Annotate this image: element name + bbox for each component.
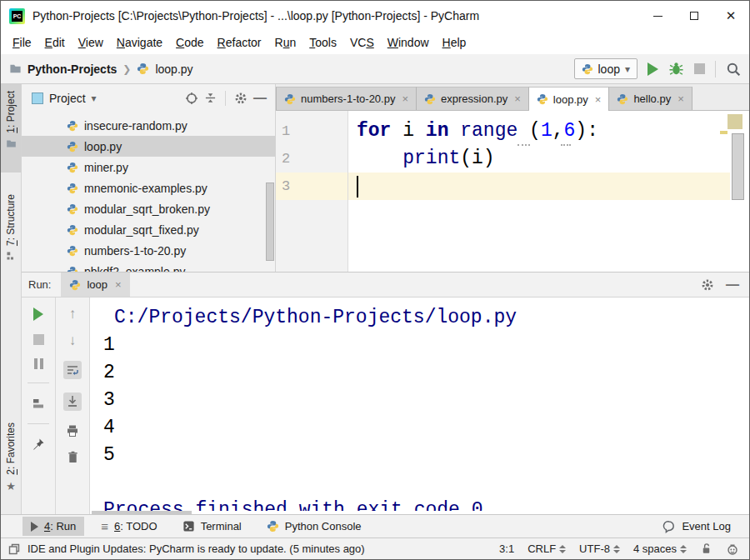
inspection-indicator[interactable] bbox=[728, 114, 742, 129]
menu-help[interactable]: Help bbox=[436, 33, 473, 52]
tree-row[interactable]: pbkdf2_example.py bbox=[22, 261, 275, 272]
breadcrumb-file[interactable]: loop.py bbox=[155, 62, 192, 76]
editor-tab[interactable]: expression.py× bbox=[417, 87, 529, 110]
hide-panel-button[interactable]: — bbox=[253, 91, 267, 106]
menu-file[interactable]: File bbox=[6, 33, 38, 52]
menu-window[interactable]: Window bbox=[381, 33, 436, 52]
run-tab[interactable]: loop × bbox=[61, 272, 129, 297]
menu-run[interactable]: Run bbox=[268, 33, 303, 52]
editor-tab[interactable]: hello.py× bbox=[609, 87, 692, 110]
unlock-icon[interactable] bbox=[700, 542, 712, 555]
spinner-icon bbox=[559, 545, 566, 553]
maximize-window-button[interactable] bbox=[676, 1, 712, 31]
collapse-all-button[interactable] bbox=[204, 92, 217, 104]
warning-stripe-mark[interactable] bbox=[720, 131, 728, 134]
print-button[interactable] bbox=[66, 424, 79, 438]
close-tab-icon[interactable]: × bbox=[595, 93, 602, 106]
navigation-bar: Python-Projects ❯ loop.py loop ▾ bbox=[1, 54, 749, 84]
tree-row-selected[interactable]: loop.py bbox=[22, 136, 275, 157]
menu-edit[interactable]: Edit bbox=[38, 33, 72, 52]
toolwindow-tab-terminal[interactable]: Terminal bbox=[174, 517, 250, 536]
toolwindow-tab-structure[interactable]: 7: Structure bbox=[1, 188, 21, 284]
tree-row[interactable]: insecure-random.py bbox=[22, 115, 275, 136]
rerun-button[interactable] bbox=[33, 308, 43, 321]
project-view-selector[interactable]: Project bbox=[49, 92, 86, 105]
breadcrumb: Python-Projects ❯ loop.py bbox=[9, 62, 193, 76]
code-editor[interactable]: 1 2 3 for i in range (1,6): print(i) bbox=[276, 111, 749, 272]
menu-navigate[interactable]: Navigate bbox=[110, 33, 169, 52]
menu-bar: File Edit View Navigate Code Refactor Ru… bbox=[1, 31, 749, 54]
encoding-widget[interactable]: UTF-8 bbox=[579, 542, 620, 555]
pause-button[interactable] bbox=[34, 358, 43, 369]
indent-widget[interactable]: 4 spaces bbox=[633, 542, 687, 555]
line-separator-widget[interactable]: CRLF bbox=[528, 542, 566, 555]
editor-tab[interactable]: numbers-1-to-20.py× bbox=[276, 87, 417, 110]
folder-icon bbox=[9, 62, 22, 75]
scroll-to-end-toggle[interactable] bbox=[63, 392, 82, 411]
status-bar: IDE and Plugin Updates: PyCharm is ready… bbox=[1, 538, 749, 559]
stop-button[interactable] bbox=[33, 334, 44, 345]
run-panel-body: ↑ ↓ C:/Projects/Python-Projects/loop.py … bbox=[22, 298, 749, 516]
project-scrollbar[interactable] bbox=[266, 182, 274, 261]
divider bbox=[28, 382, 49, 383]
run-console-output[interactable]: C:/Projects/Python-Projects/loop.py 1 2 … bbox=[91, 298, 749, 511]
close-tab-icon[interactable]: × bbox=[514, 92, 521, 105]
console-blank-line bbox=[103, 469, 749, 497]
pin-tab-button[interactable] bbox=[32, 438, 45, 451]
restore-layout-button[interactable] bbox=[32, 397, 45, 410]
minimize-window-button[interactable] bbox=[639, 1, 676, 31]
debug-button[interactable] bbox=[668, 61, 684, 77]
menu-vcs[interactable]: VCS bbox=[343, 33, 381, 52]
menu-tools[interactable]: Tools bbox=[302, 33, 343, 52]
chevron-down-icon: ▾ bbox=[625, 63, 630, 75]
up-stacktrace-button[interactable]: ↑ bbox=[69, 308, 77, 321]
weak-warning-squiggle bbox=[561, 143, 571, 146]
tree-row[interactable]: mnemonic-examples.py bbox=[22, 178, 275, 198]
toolwindow-switcher-icon[interactable] bbox=[8, 542, 21, 556]
run-configuration-select[interactable]: loop ▾ bbox=[574, 58, 638, 79]
close-tab-icon[interactable]: × bbox=[402, 92, 408, 105]
locate-file-button[interactable] bbox=[185, 92, 198, 105]
event-log-button[interactable]: Event Log bbox=[662, 520, 738, 533]
close-icon: ✕ bbox=[726, 8, 737, 23]
pycharm-logo-icon: PC bbox=[9, 8, 25, 24]
caret-position-widget[interactable]: 3:1 bbox=[499, 542, 514, 555]
console-exit-status: Process finished with exit code 0 bbox=[103, 497, 749, 511]
menu-view[interactable]: View bbox=[72, 33, 110, 52]
stop-button[interactable] bbox=[694, 63, 705, 74]
editor-tab-active[interactable]: loop.py× bbox=[529, 87, 610, 111]
breadcrumb-project[interactable]: Python-Projects bbox=[28, 62, 117, 76]
inspections-hector-icon[interactable] bbox=[726, 542, 739, 556]
menu-refactor[interactable]: Refactor bbox=[211, 33, 268, 52]
toolwindow-tab-favorites[interactable]: 2: Favorites ★ bbox=[1, 416, 21, 512]
toolwindow-tab-project[interactable]: 1: Project bbox=[1, 84, 21, 172]
run-button[interactable] bbox=[648, 62, 658, 76]
editor-tab-bar: numbers-1-to-20.py× expression.py× loop.… bbox=[276, 84, 749, 111]
close-window-button[interactable]: ✕ bbox=[712, 1, 749, 31]
gear-icon[interactable] bbox=[234, 92, 248, 105]
search-everywhere-button[interactable] bbox=[726, 62, 741, 77]
soft-wrap-toggle[interactable] bbox=[63, 361, 82, 379]
console-output-line: 4 bbox=[103, 414, 749, 442]
console-output-line: 5 bbox=[103, 442, 749, 469]
close-tab-icon[interactable]: × bbox=[678, 92, 684, 105]
tree-row[interactable]: numbers-1-to-20.py bbox=[22, 240, 275, 261]
tree-row[interactable]: miner.py bbox=[22, 157, 275, 178]
toolwindow-tab-run[interactable]: 4: Run bbox=[22, 517, 84, 536]
chevron-right-icon: ❯ bbox=[122, 63, 131, 75]
title-bar: PC Python-Projects [C:\Projects\Python-P… bbox=[1, 1, 749, 31]
tree-row[interactable]: modular_sqrt_broken.py bbox=[22, 198, 275, 219]
gear-icon[interactable] bbox=[701, 278, 714, 292]
tree-row[interactable]: modular_sqrt_fixed.py bbox=[22, 219, 275, 240]
down-stacktrace-button[interactable]: ↓ bbox=[69, 334, 77, 348]
python-file-icon bbox=[582, 63, 593, 75]
clear-console-button[interactable] bbox=[67, 451, 79, 463]
run-panel-header: Run: loop × — bbox=[22, 272, 749, 298]
close-tab-icon[interactable]: × bbox=[115, 278, 122, 291]
hide-panel-button[interactable]: — bbox=[726, 278, 739, 292]
menu-code[interactable]: Code bbox=[169, 33, 210, 52]
console-command[interactable]: C:/Projects/Python-Projects/loop.py bbox=[103, 304, 749, 332]
toolwindow-tab-todo[interactable]: ≡ 6: TODO bbox=[92, 516, 165, 537]
editor-scrollbar[interactable] bbox=[732, 133, 744, 200]
toolwindow-tab-python-console[interactable]: Python Console bbox=[258, 517, 370, 536]
